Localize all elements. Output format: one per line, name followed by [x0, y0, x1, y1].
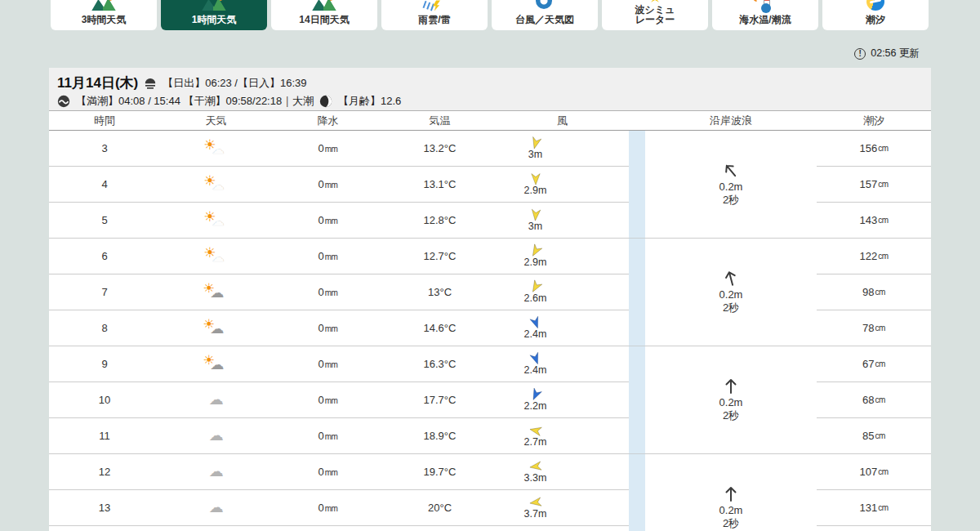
wind-speed: 2.4m — [524, 364, 547, 376]
tab-14day-weather[interactable]: 14日間天気 — [271, 0, 377, 30]
tide-cell: 157cm — [817, 167, 931, 203]
hour-cell: 5 — [49, 214, 160, 226]
tab-1hour-weather[interactable]: 1時間天気 — [161, 0, 267, 30]
precip-cell: 0mm — [272, 142, 384, 154]
precip-cell: 0mm — [272, 250, 384, 262]
wind-speed: 2.9m — [524, 185, 547, 196]
weather-cell — [160, 389, 272, 411]
precip-cell: 0mm — [272, 430, 384, 442]
tab-tide[interactable]: 潮汐 — [822, 0, 929, 30]
wind-direction-arrow — [528, 495, 542, 510]
row-clipped-filler — [817, 526, 931, 531]
table-row: 11 0mm 18.9°C 2.7m — [49, 418, 629, 454]
highlight-strip-column — [629, 131, 645, 531]
hour-cell: 8 — [49, 322, 160, 334]
tab-label: 3時間天気 — [82, 15, 127, 25]
weather-icon — [202, 317, 231, 337]
tide-cell: 107cm — [817, 454, 931, 490]
table-row: 3 0mm 13.2°C 3m — [49, 131, 629, 167]
table-header-row: 時間 天気 降水 気温 風 沿岸波浪 潮汐 — [49, 110, 931, 131]
wind-direction-arrow — [528, 207, 542, 221]
temp-cell: 12.7°C — [384, 250, 496, 262]
table-body: 3 0mm 13.2°C 3m 4 0mm 13.1°C — [49, 131, 931, 531]
wind-cell: 2.6m — [496, 280, 629, 304]
hour-cell: 4 — [49, 178, 160, 190]
tab-sea-temp-current[interactable]: 海水温/潮流 — [712, 0, 818, 30]
tab-3hour-weather[interactable]: 3時間天気 — [51, 0, 157, 30]
weather-icon — [202, 461, 231, 480]
precip-cell: 0mm — [272, 466, 384, 478]
precip-cell: 0mm — [272, 286, 384, 298]
weather-cell — [160, 461, 272, 483]
tab-typhoon-chart[interactable]: 台風／天気図 — [492, 0, 598, 30]
wave-direction-arrow — [720, 267, 742, 289]
temp-cell: 20°C — [384, 502, 496, 514]
info-icon[interactable]: ! — [854, 48, 866, 60]
tide-cell: 156cm — [817, 131, 931, 167]
tab-label: 雨雲/雷 — [418, 15, 450, 25]
wave-direction-arrow — [722, 377, 740, 395]
precip-cell: 0mm — [272, 322, 384, 334]
weather-hourly-page: 3時間天気 1時間天気 14日間天気 雨雲/雷 台風／天気図 波シミュ レーター… — [0, 0, 980, 531]
tab-label: 台風／天気図 — [515, 15, 574, 25]
tide-cell: 122cm — [817, 239, 931, 274]
table-row: 6 0mm 12.7°C 2.9m — [49, 239, 629, 274]
wind-speed: 2.7m — [524, 436, 547, 448]
col-header-weather: 天気 — [160, 114, 272, 128]
table-row: 13 0mm 20°C 3.7m — [49, 490, 629, 526]
col-header-tide: 潮汐 — [817, 114, 931, 128]
wind-cell: 2.4m — [496, 352, 629, 376]
temp-cell: 12.8°C — [384, 214, 496, 226]
tab-label: 海水温/潮流 — [739, 15, 791, 25]
tab-rain-radar[interactable]: 雨雲/雷 — [381, 0, 488, 30]
temp-cell: 13.2°C — [384, 142, 496, 154]
table-row: 12 0mm 19.7°C 3.3m — [49, 454, 629, 490]
hour-cell: 11 — [49, 430, 160, 442]
weather-icon — [202, 137, 231, 157]
tide-cell: 78cm — [817, 310, 931, 346]
date-title: 11月14日(木) — [57, 74, 138, 92]
table-row: 7 0mm 13°C 2.6m — [49, 274, 629, 310]
hour-cell: 6 — [49, 250, 160, 262]
update-time-text: 02:56 更新 — [871, 47, 920, 60]
wave-height: 0.2m — [719, 504, 743, 517]
typhoon-icon — [532, 0, 557, 12]
temp-cell: 13°C — [384, 286, 496, 298]
table-row: 8 0mm 14.6°C 2.4m — [49, 310, 629, 346]
hour-cell: 13 — [49, 502, 160, 514]
hour-cell: 10 — [49, 394, 160, 406]
mountain-weather-icon — [202, 0, 226, 12]
wind-speed: 2.2m — [524, 400, 547, 412]
tide-cell: 98cm — [817, 274, 931, 310]
precip-cell: 0mm — [272, 394, 384, 406]
weather-icon — [202, 497, 231, 516]
wave-period: 2秒 — [723, 409, 739, 422]
precip-cell: 0mm — [272, 358, 384, 370]
temp-cell: 19.7°C — [384, 466, 496, 478]
tab-wave-simulator[interactable]: 波シミュ レーター — [602, 0, 708, 30]
col-header-wind: 風 — [496, 114, 629, 128]
wind-cell: 2.4m — [496, 316, 629, 340]
temp-cell: 13.1°C — [384, 178, 496, 190]
weather-icon — [202, 425, 231, 444]
weather-icon — [202, 209, 231, 229]
tide-cell: 85cm — [817, 418, 931, 454]
weather-icon — [202, 389, 231, 408]
col-header-precip: 降水 — [272, 114, 384, 128]
hour-rows-column: 3 0mm 13.2°C 3m 4 0mm 13.1°C — [49, 131, 629, 531]
hour-cell: 9 — [49, 358, 160, 370]
moon-phase-icon — [319, 95, 332, 108]
tab-label: 波シミュ レーター — [635, 5, 675, 25]
table-row: 4 0mm 13.1°C 2.9m — [49, 167, 629, 203]
table-row: 10 0mm 17.7°C 2.2m — [49, 382, 629, 418]
weather-cell — [160, 317, 272, 339]
wave-group: 0.2m 2秒 — [645, 346, 817, 454]
table-row: 5 0mm 12.8°C 3m — [49, 203, 629, 239]
temp-cell: 17.7°C — [384, 394, 496, 406]
row-clipped-filler — [49, 526, 629, 531]
tab-label: 潮汐 — [866, 15, 885, 25]
weather-icon — [202, 173, 231, 193]
wave-group: 0.2m 2秒 — [645, 454, 817, 531]
sunrise-icon — [144, 77, 157, 90]
tide-cell: 131cm — [817, 490, 931, 526]
